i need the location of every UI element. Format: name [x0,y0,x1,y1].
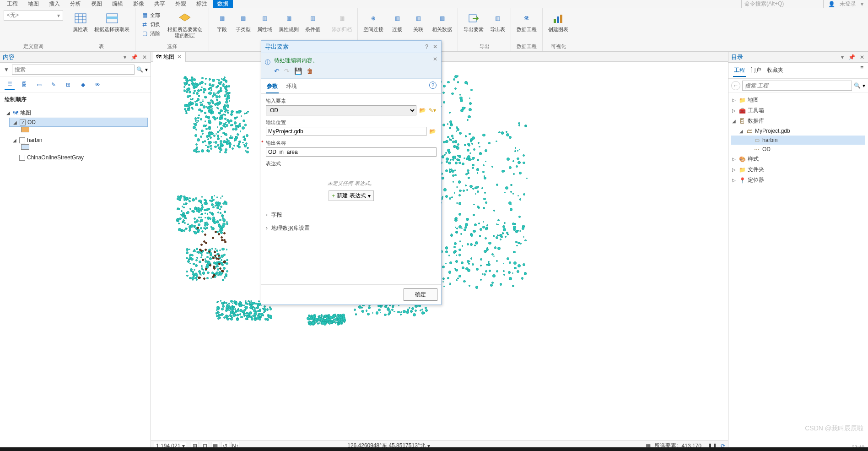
toc-layer-harbin[interactable]: ◢ harbin [9,136,148,144]
dropdown-icon[interactable]: ▾ [123,54,127,60]
list-by-editing-icon[interactable]: ✎ [49,80,59,90]
list-by-labeling-icon[interactable]: ◆ [78,80,88,90]
dropdown-icon[interactable]: ▾ [840,54,845,60]
command-search[interactable]: 命令搜索(Alt+Q) [741,0,824,9]
input-features-select[interactable]: OD [266,105,416,115]
catalog-tab-portal[interactable]: 门户 [749,65,762,76]
clear-selection-button[interactable]: ▢清除 [139,29,162,38]
definition-query-dropdown[interactable]: <无>▾ [4,10,63,21]
login-status[interactable]: 未登录 [840,0,856,8]
catalog-tab-favorites[interactable]: 收藏夹 [766,65,784,76]
dialog-tab-environments[interactable]: 环境 [285,82,298,93]
edit-icon[interactable]: ✎▾ [428,106,437,114]
save-edits-icon[interactable]: 💾 [294,67,302,75]
ok-button[interactable]: 确定 [404,288,437,301]
user-icon[interactable]: 👤 [828,1,835,7]
catalog-node-styles[interactable]: ▷🎨样式 [731,154,865,164]
search-icon[interactable]: 🔍 [136,66,143,73]
pin-icon[interactable]: 📌 [130,54,139,60]
list-by-snapping-icon[interactable]: ⊞ [63,80,73,90]
ribbon-tab[interactable]: 共享 [150,0,170,9]
ribbon-tab[interactable]: 插入 [44,0,65,9]
toc-map-item[interactable]: ◢ 🗺 地图 [3,108,148,118]
switch-selection-button[interactable]: ⇄切换 [139,20,162,28]
help-icon[interactable]: ? [429,82,437,89]
list-by-source-icon[interactable]: 🗄 [19,80,29,90]
chevron-down-icon[interactable]: ▾ [863,82,865,89]
relate-button[interactable]: ▥关联 [409,10,427,33]
table-from-selection-button[interactable]: 根据选择获取表 [92,10,131,33]
output-location-input[interactable] [266,127,426,136]
ribbon-tab[interactable]: 编辑 [108,0,128,9]
catalog-node-toolboxes[interactable]: ▷🧰工具箱 [731,105,865,116]
catalog-tab-project[interactable]: 工程 [733,65,746,77]
subtypes-button[interactable]: ▥子类型 [234,10,253,33]
redo-icon[interactable]: ↷ [284,67,290,75]
catalog-node-gdb[interactable]: ◢🗃MyProject.gdb [731,126,865,136]
back-icon[interactable]: ← [731,81,740,90]
map-tab[interactable]: 🗺 地图 ✕ [153,52,186,62]
related-data-button[interactable]: ▥相关数据 [430,10,454,33]
select-all-button[interactable]: ▦全部 [139,11,162,19]
spatial-join-button[interactable]: ⊕空间连接 [361,10,385,33]
layer-checkbox[interactable] [19,155,25,161]
layer-from-selection-button[interactable]: 根据所选要素创建的图层 [165,10,205,39]
close-icon[interactable]: ✕ [141,54,148,60]
catalog-node-maps[interactable]: ▷📁地图 [731,95,865,105]
ribbon-tab[interactable]: 标注 [192,0,212,9]
chevron-down-icon[interactable]: ▾ [145,66,148,73]
join-button[interactable]: ▥连接 [388,10,406,33]
search-icon[interactable]: 🔍 [854,82,861,89]
ribbon-tab[interactable]: 影像 [129,0,149,9]
create-chart-button[interactable]: 创建图表 [546,10,570,33]
list-by-perspective-icon[interactable]: 👁 [92,80,102,90]
contingent-values-button[interactable]: ▥条件值 [303,10,322,33]
browse-icon[interactable]: 📂 [418,106,426,114]
attribute-rules-button[interactable]: ▥属性规则 [277,10,301,33]
browse-icon[interactable]: 📂 [428,127,437,136]
fields-button[interactable]: ▥字段 [213,10,231,33]
close-icon[interactable]: ✕ [433,43,437,50]
pin-icon[interactable]: 📌 [847,54,856,60]
list-by-selection-icon[interactable]: ▭ [34,80,44,90]
catalog-search-input[interactable] [742,81,852,91]
filter-icon[interactable]: ▼ [3,66,10,73]
ribbon-tab[interactable]: 分析 [65,0,86,9]
export-features-button[interactable]: 导出要素 [462,10,485,33]
ribbon-tab[interactable]: 外观 [171,0,191,9]
export-table-button[interactable]: ▥导出表 [488,10,507,33]
ribbon-tab[interactable]: 数据 [213,0,233,9]
catalog-node-databases[interactable]: ◢🗄数据库 [731,116,865,126]
list-by-drawing-order-icon[interactable]: ☰ [5,80,15,90]
discard-edits-icon[interactable]: 🗑 [307,67,313,75]
domains-button[interactable]: ▥属性域 [255,10,274,33]
catalog-node-od[interactable]: ▷⋯OD [731,145,865,154]
ribbon-tab[interactable]: 工程 [2,0,22,9]
section-gdb-settings[interactable]: 地理数据库设置 [266,222,437,235]
catalog-node-locators[interactable]: ▷📍定位器 [731,175,865,185]
dialog-tab-parameters[interactable]: 参数 [266,82,279,93]
toc-layer-basemap[interactable]: ◢ ChinaOnlineStreetGray [9,153,148,162]
collapse-icon[interactable]: ◢ [6,110,11,115]
output-name-input[interactable] [266,147,437,157]
data-engineering-button[interactable]: 🛠数据工程 [515,10,539,33]
catalog-node-harbin[interactable]: ▷▭harbin [731,136,865,145]
collapse-icon[interactable]: ◢ [13,120,18,125]
contents-search-input[interactable] [12,65,135,75]
close-icon[interactable]: ✕ [433,56,437,62]
undo-icon[interactable]: ↶ [274,67,280,75]
toc-layer-od[interactable]: ◢ ✓ OD [9,118,148,127]
layer-checkbox[interactable] [19,137,25,143]
close-icon[interactable]: ✕ [176,54,183,60]
attribute-table-button[interactable]: 属性表 [71,10,90,33]
catalog-node-folders[interactable]: ▷📁文件夹 [731,164,865,175]
layer-symbol[interactable] [21,127,29,132]
layer-checkbox[interactable]: ✓ [20,120,26,125]
section-fields[interactable]: 字段 [266,208,437,222]
ribbon-tab[interactable]: 视图 [86,0,107,9]
new-expression-button[interactable]: + 新建 表达式 ▾ [329,190,373,201]
collapse-icon[interactable]: ◢ [13,138,17,143]
ribbon-tab[interactable]: 地图 [23,0,43,9]
menu-icon[interactable]: ≡ [860,65,863,76]
layer-symbol[interactable] [21,144,29,150]
